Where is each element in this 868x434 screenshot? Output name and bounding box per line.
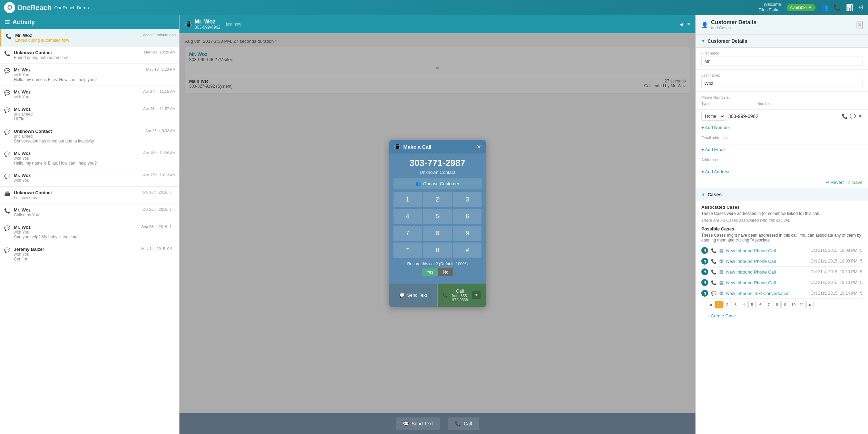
dialpad-hash[interactable]: #	[453, 243, 482, 258]
bottom-send-text-button[interactable]: 💬 Send Text	[396, 417, 440, 430]
main-layout: ☰ Activity 📞 Mr. Woz Ended during automa…	[0, 15, 868, 434]
phone-icon: 📞	[4, 208, 10, 214]
add-address-link[interactable]: + Add Address	[696, 167, 736, 176]
dialpad-1[interactable]: 1	[393, 192, 422, 207]
list-item[interactable]: 💬 Mr. Woz with You Apr 17th, 10:13 AM	[0, 169, 179, 187]
chevron-down-icon[interactable]: ▼	[472, 291, 481, 299]
chart-icon[interactable]: 📊	[846, 4, 854, 11]
bottom-bar: 💬 Send Text 📞 Call	[179, 413, 695, 434]
list-item[interactable]: 📞 Mr. Woz Ended during automated flow ab…	[0, 29, 179, 47]
no-button[interactable]: No	[438, 268, 453, 276]
list-item[interactable]: 💬 Mr. Woz unclaimed Hi Tim Apr 26th, 11:…	[0, 103, 179, 125]
page-4-button[interactable]: 4	[740, 301, 748, 308]
dialpad-4[interactable]: 4	[393, 209, 422, 224]
list-item[interactable]: 💬 Mr. Woz with You Can you help? My baby…	[0, 221, 179, 243]
sidebar: ☰ Activity 📞 Mr. Woz Ended during automa…	[0, 15, 179, 434]
menu-icon[interactable]: ≡	[687, 22, 690, 27]
available-badge[interactable]: Available ▼	[787, 4, 816, 11]
more-phone-button[interactable]: ▼	[858, 114, 862, 119]
case-date: Oct 21st, 2015, 10:14 PM	[810, 291, 857, 296]
case-name[interactable]: New Inbound Phone Call	[726, 259, 808, 264]
add-number-link[interactable]: + Add Number	[696, 123, 735, 132]
list-item[interactable]: 📞 Mr. Woz Called by You Oct 20th, 2016, …	[0, 204, 179, 221]
case-name[interactable]: New Inbound Phone Call	[726, 248, 808, 253]
save-button[interactable]: ✓ Save	[847, 180, 862, 185]
list-item[interactable]: 💬 Mr. Woz with You Apr 27th, 11:15 AM	[0, 86, 179, 103]
dialpad-0[interactable]: 0	[423, 243, 452, 258]
dialpad-8[interactable]: 8	[423, 226, 452, 241]
case-num: 5	[860, 259, 862, 264]
first-name-input[interactable]	[701, 57, 862, 66]
page-7-button[interactable]: 7	[765, 301, 772, 308]
dialpad-9[interactable]: 9	[453, 226, 482, 241]
center-contact-name: Mr. Woz	[195, 19, 221, 25]
customer-details-section-header[interactable]: ▼ Customer Details	[696, 35, 868, 48]
cases-section: Associated Cases These Cases were addres…	[696, 201, 868, 325]
list-item[interactable]: 📠 Unknown Contact Left voice mail Nov 16…	[0, 187, 179, 204]
list-item[interactable]: 📞 Unknown Contact Ended during automated…	[0, 47, 179, 64]
dialpad-6[interactable]: 6	[453, 209, 482, 224]
last-name-field: Last name:	[696, 70, 868, 92]
users-icon[interactable]: 👥	[821, 4, 829, 11]
associated-cases-title: Associated Cases	[701, 205, 862, 210]
yes-button[interactable]: Yes	[422, 268, 438, 276]
list-item[interactable]: 💬 Jeremy Balzer with You Confirm May 1st…	[0, 243, 179, 265]
associated-cases-empty: There are no Cases associated with this …	[701, 218, 862, 223]
revert-button[interactable]: ↩ Revert	[826, 180, 844, 185]
activity-message: Confirm	[14, 257, 174, 262]
modal-send-text-button[interactable]: 💬 Send Text	[389, 284, 438, 307]
list-item[interactable]: 💬 Mr. Woz with You Hello, my name is Eli…	[0, 64, 179, 86]
text-phone-button[interactable]: 💬	[850, 114, 856, 119]
activity-status: with You	[14, 72, 174, 77]
modal-close-button[interactable]: ✕	[477, 144, 481, 150]
dialpad-5[interactable]: 5	[423, 209, 452, 224]
dialpad-3[interactable]: 3	[453, 192, 482, 207]
case-badge: N	[701, 247, 708, 254]
page-6-button[interactable]: 6	[757, 301, 764, 308]
page-1-button[interactable]: 1	[715, 301, 723, 308]
activity-time: Sep 23rd, 2016, 1:...	[141, 225, 176, 229]
page-8-button[interactable]: 8	[773, 301, 781, 308]
bottom-call-button[interactable]: 📞 Call	[448, 417, 479, 430]
list-item[interactable]: 💬 Mr. Woz with You Hello, my name is Eli…	[0, 147, 179, 169]
dialpad-2[interactable]: 2	[423, 192, 452, 207]
case-name[interactable]: New Inbound Text Conversation	[726, 291, 808, 296]
logo: O OneReach	[4, 2, 51, 13]
create-case-link[interactable]: + Create Case	[701, 310, 741, 321]
phone-icon[interactable]: 📞	[833, 4, 841, 11]
person-icon: 👤	[701, 22, 708, 28]
back-icon[interactable]: ◀	[680, 22, 683, 27]
choose-customer-button[interactable]: 👥 Choose Customer	[393, 178, 482, 189]
cases-section-header[interactable]: ▼ Cases	[696, 188, 868, 201]
page-10-button[interactable]: 10	[790, 301, 797, 308]
right-panel-subtitle: and Cases	[711, 26, 757, 30]
modal-call-button[interactable]: 📞 Call from 855-972-9339 ▼	[438, 284, 486, 307]
right-panel-close-button[interactable]: ✕	[857, 21, 862, 29]
page-prev-button[interactable]: ◀	[707, 301, 714, 308]
page-3-button[interactable]: 3	[732, 301, 739, 308]
last-name-input[interactable]	[701, 79, 862, 88]
dialpad-star[interactable]: *	[393, 243, 422, 258]
page-next-button[interactable]: ▶	[806, 301, 814, 308]
page-5-button[interactable]: 5	[748, 301, 756, 308]
case-num: 5	[860, 269, 862, 274]
chat-icon: 💬	[4, 90, 10, 96]
activity-message: Hi Tim	[14, 117, 174, 121]
case-item-2: N 📞 🆕 New Inbound Phone Call Oct 21st, 2…	[701, 267, 862, 277]
case-badge: N	[701, 279, 708, 286]
case-name[interactable]: New Inbound Phone Call	[726, 280, 808, 285]
gear-icon[interactable]: ⚙	[858, 4, 864, 11]
call-phone-button[interactable]: 📞	[842, 114, 848, 119]
top-navigation: O OneReach OneReach Demo Welcome Elias P…	[0, 0, 868, 15]
chat-icon: 💬	[4, 151, 10, 157]
phone-icon: 📞	[6, 33, 11, 39]
page-9-button[interactable]: 9	[781, 301, 789, 308]
page-11-button[interactable]: 11	[798, 301, 806, 308]
page-2-button[interactable]: 2	[723, 301, 731, 308]
modal-title: Make a Call	[403, 144, 432, 150]
add-email-link[interactable]: + Add Email	[696, 145, 731, 154]
list-item[interactable]: 💬 Unknown Contact unclaimed Conversation…	[0, 125, 179, 147]
phone-type-select[interactable]: Home Mobile Work	[701, 112, 725, 121]
dialpad-7[interactable]: 7	[393, 226, 422, 241]
case-name[interactable]: New Inbound Phone Call	[726, 269, 808, 275]
